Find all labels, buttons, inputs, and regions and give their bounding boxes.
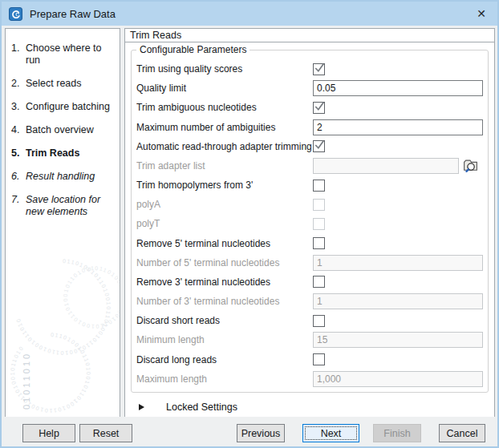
wizard-steps: 1. Choose where to run 2. Select reads 3… xyxy=(6,42,120,229)
wizard-sidebar: 0110100101101001011010010110100101101001… xyxy=(5,28,120,418)
parameter-label: Automatic read-through adapter trimming xyxy=(136,141,313,152)
parameter-label: Trim ambiguous nucleotides xyxy=(136,102,313,113)
parameter-label: Maximum number of ambiguities xyxy=(136,122,313,133)
step-number: 6. xyxy=(11,171,26,183)
parameter-row: Maximum length 1,000 xyxy=(136,369,483,389)
step-label: Save location for new elements xyxy=(26,194,118,218)
parameter-row: Discard long reads xyxy=(136,350,483,369)
field-maximum-number-of-ambiguities[interactable]: 2 xyxy=(313,119,483,135)
step-label: Choose where to run xyxy=(26,42,118,67)
checkbox-polyt xyxy=(313,218,325,230)
window-title: Prepare Raw Data xyxy=(30,8,116,20)
sidebar-step-choose-where-to-run: 1. Choose where to run xyxy=(6,42,120,67)
parameter-row: Number of 5' terminal nucleotides 1 xyxy=(136,253,483,272)
field-number-of-5-terminal-nucleotides: 1 xyxy=(313,255,483,271)
parameter-row: Trim homopolymers from 3' xyxy=(136,176,483,195)
parameter-row: polyT xyxy=(136,214,483,233)
svg-text:011010010110100101101001011010: 0110100101101001011010010110100101101001… xyxy=(10,332,91,414)
step-number: 7. xyxy=(11,194,26,218)
parameter-label: Maximum length xyxy=(136,373,313,385)
parameter-label: Minimum length xyxy=(136,334,313,345)
reset-button[interactable]: Reset xyxy=(79,424,132,442)
checkbox-polya xyxy=(313,199,325,211)
step-label: Configure batching xyxy=(26,101,110,113)
parameter-row: Maximum number of ambiguities 2 xyxy=(136,118,483,137)
parameter-label: Discard short reads xyxy=(136,315,313,326)
finish-button: Finish xyxy=(373,424,421,442)
checkbox-automatic-read-through-adapter-trimming[interactable] xyxy=(313,140,325,152)
field-trim-adapter-list xyxy=(313,158,459,174)
checkbox-trim-ambiguous-nucleotides[interactable] xyxy=(313,102,325,114)
sidebar-step-save-location-for-new-elements: 7. Save location for new elements xyxy=(6,194,120,218)
parameter-label: Number of 5' terminal nucleotides xyxy=(136,257,313,268)
parameter-label: Number of 3' terminal nucleotides xyxy=(136,296,313,307)
locked-settings-label: Locked Settings xyxy=(166,402,237,413)
app-logo-icon xyxy=(9,7,22,21)
parameter-row: Remove 5' terminal nucleotides xyxy=(136,234,483,253)
parameter-row: Trim ambiguous nucleotides xyxy=(136,98,483,117)
step-number: 2. xyxy=(11,78,26,90)
sidebar-step-select-reads: 2. Select reads xyxy=(6,78,120,90)
expander-triangle-icon[interactable] xyxy=(139,404,144,410)
parameter-label: Discard long reads xyxy=(136,354,313,365)
checkmark-icon xyxy=(314,101,325,112)
parameter-label: Quality limit xyxy=(136,83,313,94)
parameter-row: Quality limit 0.05 xyxy=(136,79,483,98)
sidebar-step-configure-batching: 3. Configure batching xyxy=(6,101,120,113)
checkbox-remove-5-terminal-nucleotides[interactable] xyxy=(313,237,325,249)
checkbox-trim-homopolymers-from-3[interactable] xyxy=(313,180,325,192)
button-bar: HelpResetPreviousNextFinishCancel xyxy=(2,417,497,446)
close-icon[interactable]: ✕ xyxy=(469,2,494,26)
browse-adapter-list-icon[interactable] xyxy=(462,157,479,174)
step-label: Trim Reads xyxy=(26,147,79,159)
checkbox-discard-short-reads[interactable] xyxy=(313,315,325,327)
step-label: Batch overview xyxy=(26,124,94,136)
configurable-parameters-group: Configurable Parameters Trim using quali… xyxy=(131,50,489,393)
parameter-label: Trim adapter list xyxy=(136,160,313,172)
field-maximum-length: 1,000 xyxy=(313,371,483,387)
parameter-label: Remove 3' terminal nucleotides xyxy=(136,276,313,288)
parameter-row: Minimum length 15 xyxy=(136,330,483,349)
parameter-label: Trim using quality scores xyxy=(136,63,313,75)
parameters-panel: Configurable Parameters Trim using quali… xyxy=(125,43,494,417)
parameter-row: Number of 3' terminal nucleotides 1 xyxy=(136,292,483,311)
help-button[interactable]: Help xyxy=(22,424,75,442)
titlebar: Prepare Raw Data ✕ xyxy=(2,2,497,26)
step-label: Select reads xyxy=(26,78,81,90)
parameter-row: polyA xyxy=(136,195,483,214)
sidebar-step-trim-reads: 5. Trim Reads xyxy=(6,147,120,159)
checkbox-discard-long-reads[interactable] xyxy=(313,353,325,365)
step-number: 1. xyxy=(11,42,26,67)
field-minimum-length: 15 xyxy=(313,332,483,348)
parameter-label: polyA xyxy=(136,199,313,210)
checkmark-icon xyxy=(314,139,325,151)
svg-text:011010010110100101101001011010: 0110100101101001011010010110100101101001… xyxy=(15,258,112,356)
checkbox-trim-using-quality-scores[interactable] xyxy=(313,63,325,75)
group-title: Configurable Parameters xyxy=(136,44,250,55)
parameter-row: Automatic read-through adapter trimming xyxy=(136,137,483,156)
svg-text:01011010: 01011010 xyxy=(22,352,31,410)
step-title: Trim Reads xyxy=(125,29,494,42)
prepare-raw-data-dialog: Prepare Raw Data ✕ 011010010110100101101… xyxy=(0,0,499,448)
step-number: 4. xyxy=(11,124,26,136)
sidebar-step-result-handling: 6. Result handling xyxy=(6,171,120,183)
parameter-row: Trim using quality scores xyxy=(136,59,483,79)
parameter-label: Remove 5' terminal nucleotides xyxy=(136,238,313,249)
parameter-row: Remove 3' terminal nucleotides xyxy=(136,272,483,292)
parameter-row: Trim adapter list xyxy=(136,156,483,176)
next-button[interactable]: Next xyxy=(302,424,359,442)
parameter-label: polyT xyxy=(136,218,313,229)
parameter-label: Trim homopolymers from 3' xyxy=(136,180,313,191)
locked-settings-expander[interactable]: Locked Settings xyxy=(139,402,237,413)
previous-button[interactable]: Previous xyxy=(237,424,285,442)
step-number: 3. xyxy=(11,101,26,113)
cancel-button[interactable]: Cancel xyxy=(439,424,485,442)
sidebar-step-batch-overview: 4. Batch overview xyxy=(6,124,120,136)
checkbox-remove-3-terminal-nucleotides[interactable] xyxy=(313,276,325,288)
field-number-of-3-terminal-nucleotides: 1 xyxy=(313,293,483,309)
main-panel: Trim Reads Configurable Parameters Trim … xyxy=(124,28,495,418)
checkmark-icon xyxy=(314,63,325,74)
field-quality-limit[interactable]: 0.05 xyxy=(313,80,483,96)
step-number: 5. xyxy=(11,147,26,159)
parameter-rows: Trim using quality scores Quality limit … xyxy=(136,59,483,389)
